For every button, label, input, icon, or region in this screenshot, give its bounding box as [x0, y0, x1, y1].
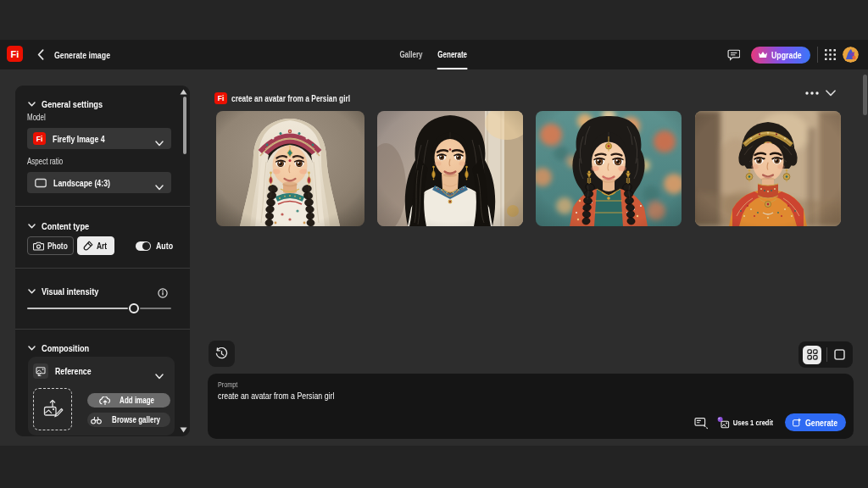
result-actions: [805, 90, 836, 97]
prompt-settings-button[interactable]: [692, 413, 710, 431]
avatar-bokeh-girl: [536, 111, 682, 226]
section-title: Content type: [42, 221, 89, 231]
upgrade-label: Upgrade: [771, 50, 802, 60]
tab-generate[interactable]: Generate: [438, 40, 468, 69]
binoculars-icon: [91, 416, 102, 424]
visual-intensity-slider[interactable]: [27, 302, 171, 314]
chevron-down-glyph: [155, 141, 164, 147]
upgrade-button[interactable]: Upgrade: [751, 47, 810, 64]
section-general-settings[interactable]: General settings: [27, 98, 118, 110]
add-image-button[interactable]: Add image: [87, 393, 170, 408]
camera-icon: [33, 241, 44, 251]
generated-image-3[interactable]: [536, 111, 682, 226]
sidebar-scroll-up[interactable]: [179, 88, 187, 96]
section-divider: [15, 206, 190, 207]
add-image-label: Add image: [120, 396, 154, 405]
art-label: Art: [97, 241, 107, 251]
toggle-knob: [142, 242, 150, 250]
prompt-value-text: create an avatar from a Persian girl: [218, 391, 334, 401]
view-toggle-divider: [826, 347, 827, 362]
page-scrollbar[interactable]: [863, 73, 867, 442]
tab-gallery[interactable]: Gallery: [400, 40, 423, 69]
result-header: Fi create an avatar from a Persian girl: [214, 92, 380, 104]
chevron-down-icon: [155, 179, 164, 194]
photo-button[interactable]: Photo: [27, 236, 74, 255]
aspect-ratio-select[interactable]: Landscape (4:3): [27, 172, 171, 193]
generated-image-1[interactable]: [216, 111, 364, 226]
section-composition[interactable]: Composition: [27, 342, 101, 354]
model-select[interactable]: Fi Firefly Image 4: [27, 128, 171, 149]
reference-icon-box: [33, 363, 48, 379]
firefly-app: Fi Generate image Gallery Generate: [0, 0, 868, 488]
prompt-input[interactable]: create an avatar from a Persian girl: [218, 391, 364, 401]
bottom-strip: [0, 446, 868, 488]
section-title: General settings: [42, 99, 103, 109]
section-divider: [15, 268, 190, 269]
collapse-result-button[interactable]: [826, 90, 836, 97]
chevron-down-icon: [155, 135, 164, 150]
firefly-result-badge: Fi: [214, 92, 227, 104]
chevron-down-glyph: [28, 224, 36, 229]
credits-label: Uses 1 credit: [734, 418, 773, 427]
credits-label-text: Uses 1 credit: [733, 418, 773, 427]
chevron-down-icon: [27, 289, 36, 294]
grid-view-button[interactable]: [803, 346, 821, 364]
content-area: General settings Model Fi Firefly Image …: [0, 69, 868, 446]
generated-image-2[interactable]: [377, 111, 523, 226]
chevron-down-glyph: [28, 289, 36, 294]
sidebar-scroll-down[interactable]: [179, 426, 187, 434]
scroll-down-icon: [180, 427, 187, 433]
aspect-ratio-value: Landscape (4:3): [53, 178, 110, 188]
settings-panel: General settings Model Fi Firefly Image …: [15, 86, 190, 436]
browse-gallery-button[interactable]: Browse gallery: [87, 413, 170, 427]
avatar-veiled-girl: [216, 111, 364, 226]
slider-handle[interactable]: [129, 303, 139, 313]
chat-icon: [727, 48, 740, 61]
prompt-box[interactable]: Prompt create an avatar from a Persian g…: [208, 374, 854, 439]
chevron-down-glyph: [28, 346, 36, 351]
firefly-model-icon: Fi: [33, 132, 46, 145]
photo-label: Photo: [47, 241, 68, 251]
single-view-button[interactable]: [830, 346, 849, 364]
slider-track-empty: [140, 308, 171, 309]
art-button[interactable]: Art: [77, 236, 114, 255]
page-scrollbar-thumb[interactable]: [863, 75, 867, 115]
section-title: Visual intensity: [42, 286, 98, 297]
more-dots-icon: [805, 92, 819, 95]
section-visual-intensity[interactable]: Visual intensity: [27, 286, 113, 297]
visual-intensity-info-button[interactable]: [158, 286, 170, 298]
avatar-headband-girl: [695, 111, 841, 226]
apps-button[interactable]: [820, 44, 842, 66]
apps-grid-icon: [825, 49, 836, 60]
feedback-button[interactable]: [721, 43, 745, 67]
prompt-label-text: Prompt: [218, 380, 237, 389]
chevron-down-glyph: [155, 374, 164, 380]
section-content-type[interactable]: Content type: [27, 220, 101, 232]
more-options-button[interactable]: [805, 92, 819, 95]
chevron-down-glyph: [155, 185, 164, 191]
generated-image-4[interactable]: [695, 111, 841, 226]
model-label: Model: [27, 113, 50, 122]
sidebar-scrollbar-thumb[interactable]: [183, 97, 186, 154]
history-icon: [215, 347, 228, 360]
info-icon: [158, 288, 168, 298]
style-reference-button[interactable]: [714, 413, 732, 431]
history-button[interactable]: [209, 341, 235, 367]
auto-toggle[interactable]: [136, 241, 151, 251]
header-divider: [817, 47, 818, 63]
scroll-up-icon: [180, 89, 187, 95]
section-title: Composition: [42, 343, 89, 353]
generate-button[interactable]: Generate: [785, 413, 846, 431]
composition-mode-value: Reference: [55, 366, 92, 376]
user-avatar[interactable]: [843, 47, 859, 63]
cloud-upload-icon: [99, 396, 111, 405]
header-bar: Fi Generate image Gallery Generate: [0, 40, 868, 69]
chevron-down-icon: [27, 102, 36, 107]
content-type-controls: Photo Art Auto: [15, 236, 190, 255]
composition-mode-select[interactable]: Reference: [33, 363, 170, 379]
chevron-down-icon: [155, 368, 164, 383]
auto-label-text: Auto: [156, 241, 173, 251]
section-divider: [15, 329, 190, 330]
reference-image-dropzone[interactable]: [33, 388, 72, 430]
aspect-ratio-label: Aspect ratio: [27, 157, 72, 166]
